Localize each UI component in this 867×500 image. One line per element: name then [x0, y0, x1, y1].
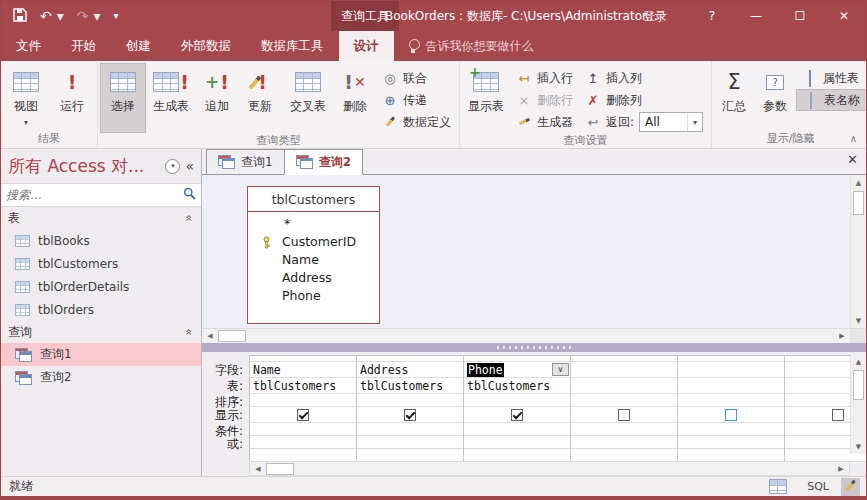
sort-cell[interactable]	[357, 394, 464, 407]
table-cell[interactable]	[571, 378, 678, 394]
sort-cell[interactable]	[571, 394, 678, 407]
scrollbar-thumb[interactable]	[853, 370, 864, 400]
totals-button[interactable]: Σ 汇总	[714, 63, 754, 131]
scroll-right-icon[interactable]: ▶	[834, 329, 850, 343]
or-cell[interactable]	[250, 436, 357, 449]
pass-through-button[interactable]: ⊕ 传递	[376, 89, 457, 111]
table-cell[interactable]: tblCustomers	[464, 378, 571, 394]
field-cell[interactable]: Address	[357, 362, 464, 378]
scroll-right-icon[interactable]: ▶	[833, 462, 849, 476]
tab-design[interactable]: 设计	[339, 31, 394, 61]
scroll-left-icon[interactable]: ◀	[202, 329, 218, 343]
close-document-icon[interactable]: ✕	[847, 153, 858, 166]
field-cell-selected[interactable]: Phone ∨	[464, 362, 571, 378]
nav-item-tblOrders[interactable]: tblOrders	[1, 298, 201, 321]
tab-file[interactable]: 文件	[1, 31, 56, 61]
update-button[interactable]: ! 更新	[238, 63, 282, 133]
nav-search-box[interactable]	[1, 183, 201, 207]
insert-rows-button[interactable]: ↤ 插入行	[510, 67, 579, 89]
or-cell[interactable]	[678, 436, 785, 449]
collapse-ribbon-icon[interactable]: ∧	[850, 133, 857, 144]
minimize-button[interactable]: —	[734, 1, 778, 31]
nav-menu-dropdown-icon[interactable]: ▾	[165, 159, 180, 174]
sort-cell[interactable]	[678, 394, 785, 407]
criteria-cell[interactable]	[250, 423, 357, 436]
delete-query-button[interactable]: !✕ 删除	[334, 63, 376, 133]
show-checkbox-checked[interactable]	[297, 409, 309, 421]
field-list-title[interactable]: tblCustomers	[248, 187, 379, 212]
nav-section-tables[interactable]: 表 «	[1, 207, 201, 229]
design-grid[interactable]: Name Address Phone ∨ tblCustomers tblCus…	[249, 355, 866, 462]
field-list-tblCustomers[interactable]: tblCustomers * CustomerID Name Address P…	[247, 186, 380, 324]
insert-columns-button[interactable]: ↥ 插入列	[579, 67, 709, 89]
make-table-button[interactable]: ! 生成表	[146, 63, 196, 133]
sort-cell[interactable]	[464, 394, 571, 407]
show-checkbox-unchecked[interactable]	[725, 409, 737, 421]
nav-item-tblBooks[interactable]: tblBooks	[1, 229, 201, 252]
field-dropdown-icon[interactable]: ∨	[552, 363, 569, 376]
show-checkbox-checked[interactable]	[511, 409, 523, 421]
nav-item-tblOrderDetails[interactable]: tblOrderDetails	[1, 275, 201, 298]
design-view-button[interactable]	[841, 478, 860, 496]
criteria-cell[interactable]	[357, 423, 464, 436]
scrollbar-thumb[interactable]	[218, 330, 246, 342]
select-query-button[interactable]: 选择	[100, 63, 146, 133]
maximize-button[interactable]: ☐	[778, 1, 822, 31]
search-icon[interactable]	[183, 187, 196, 203]
close-button[interactable]: ✕	[822, 1, 866, 31]
tab-home[interactable]: 开始	[56, 31, 111, 61]
help-button[interactable]: ?	[690, 1, 734, 31]
return-combo[interactable]: All ▾	[639, 112, 703, 132]
criteria-cell[interactable]	[571, 423, 678, 436]
field-phone[interactable]: Phone	[248, 287, 379, 305]
datasheet-view-button[interactable]	[761, 478, 795, 496]
table-cell[interactable]	[678, 378, 785, 394]
show-table-button[interactable]: + 显示表	[462, 63, 510, 133]
scrollbar-thumb[interactable]	[266, 463, 294, 475]
or-cell[interactable]	[357, 436, 464, 449]
sign-in-button[interactable]: 登录	[620, 1, 690, 31]
scrollbar-thumb[interactable]	[853, 191, 864, 215]
append-button[interactable]: +! 追加	[196, 63, 238, 133]
undo-icon[interactable]: ↶	[40, 9, 52, 23]
sort-cell[interactable]	[250, 394, 357, 407]
customize-quick-access-icon[interactable]: ▾	[114, 11, 119, 21]
grid-horizontal-scrollbar[interactable]: ◀ ▶	[249, 461, 850, 476]
navigation-pane-header[interactable]: 所有 Access 对... ▾ «	[1, 149, 201, 183]
field-cell[interactable]	[678, 362, 785, 378]
nav-item-query1[interactable]: 查询1	[1, 343, 201, 366]
doc-tab-query2[interactable]: 查询2	[284, 149, 363, 175]
diagram-vertical-scrollbar[interactable]: ▲ ▼	[850, 175, 866, 328]
parameters-button[interactable]: ? 参数	[754, 63, 796, 131]
delete-columns-button[interactable]: ✗ 删除列	[579, 89, 709, 111]
tab-database-tools[interactable]: 数据库工具	[246, 31, 339, 61]
field-cell[interactable]	[571, 362, 678, 378]
scroll-down-icon[interactable]: ▼	[851, 313, 866, 328]
scroll-down-icon[interactable]: ▼	[851, 439, 866, 454]
builder-button[interactable]: 生成器	[510, 111, 579, 133]
tell-me-box[interactable]: 告诉我你想要做什么	[394, 31, 548, 61]
table-names-button[interactable]: 表名称	[796, 89, 867, 111]
shutter-bar-close-icon[interactable]: «	[185, 158, 194, 174]
criteria-cell[interactable]	[678, 423, 785, 436]
doc-tab-query1[interactable]: 查询1	[206, 149, 285, 174]
crosstab-button[interactable]: 交叉表	[282, 63, 334, 133]
sql-view-button[interactable]: SQL	[799, 478, 837, 496]
return-combo-dropdown-icon[interactable]: ▾	[687, 113, 702, 131]
pane-splitter[interactable]	[202, 343, 866, 352]
search-input[interactable]	[6, 188, 179, 202]
tab-create[interactable]: 创建	[111, 31, 166, 61]
undo-dropdown-icon[interactable]: ▾	[57, 9, 64, 23]
scroll-up-icon[interactable]: ▲	[851, 354, 866, 369]
show-checkbox-checked[interactable]	[404, 409, 416, 421]
field-customerid[interactable]: CustomerID	[248, 233, 379, 251]
table-cell[interactable]: tblCustomers	[250, 378, 357, 394]
or-cell[interactable]	[464, 436, 571, 449]
view-button[interactable]: 视图 ▾	[3, 63, 49, 131]
field-cell[interactable]: Name	[250, 362, 357, 378]
query-design-grid-pane[interactable]: 字段: 表: 排序: 显示: 条件: 或: Name Address	[202, 352, 866, 476]
scroll-up-icon[interactable]: ▲	[851, 175, 866, 190]
union-button[interactable]: ◎ 联合	[376, 67, 457, 89]
diagram-horizontal-scrollbar[interactable]: ◀ ▶	[202, 328, 866, 343]
property-sheet-button[interactable]: 属性表	[796, 67, 867, 89]
